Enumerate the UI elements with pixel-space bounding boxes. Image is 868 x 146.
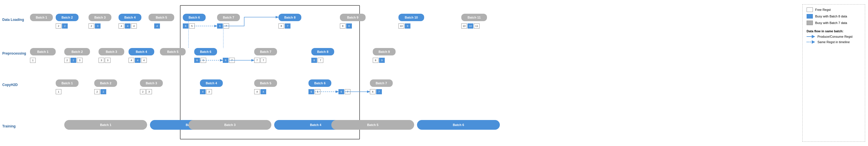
pp-reg-1: 1	[30, 58, 36, 63]
legend-label-free: Free Regst	[815, 8, 831, 11]
legend-label-solid: Produce/Consume Regst	[817, 35, 852, 38]
label-training: Training	[2, 124, 16, 128]
pp-reg-9: 4	[141, 58, 147, 63]
dl-reg-b11-3: 11	[474, 23, 479, 29]
dl-reg-b9-1: 8	[340, 23, 346, 29]
dl-reg-b11-1: 10	[461, 23, 467, 29]
dl-reg-b7-2: 7	[223, 23, 229, 29]
dl-reg-b6-1: 6	[183, 23, 188, 29]
pp-reg-8: 4	[135, 58, 141, 63]
dl-reg-b10-1: 10	[398, 23, 404, 29]
ch-reg-7: 3	[206, 89, 212, 94]
dl-batch3: Batch 3	[89, 14, 112, 21]
dl-reg-b10-2: 9	[405, 23, 410, 29]
dl-batch4: Batch 4	[119, 14, 142, 21]
tr-batch3: Batch 3	[188, 120, 271, 130]
ch-reg-3: 2	[100, 89, 106, 94]
ch-reg-6: 4	[200, 89, 206, 94]
pp-batch2: Batch 2	[64, 48, 90, 55]
legend-label-blue: Busy with Batch 8 data	[815, 14, 847, 18]
pp-batch9: Batch 9	[373, 48, 396, 55]
dl-reg-b4-1: 4	[119, 23, 124, 29]
dl-reg-b3-1: 2	[89, 23, 94, 29]
ch-reg-4: 2	[140, 89, 146, 94]
pp-reg-4: 3	[77, 58, 83, 63]
pp-reg-19: 9	[379, 58, 385, 63]
ch-reg-2: 2	[94, 89, 100, 94]
ch-batch3: Batch 3	[140, 80, 163, 87]
pp-reg-12: 6	[223, 58, 228, 63]
pp-reg-10: 6	[194, 58, 200, 63]
ch-reg-1: 1	[56, 89, 61, 94]
pp-reg-5: 3	[98, 58, 104, 63]
dl-reg-b5-1: 4	[154, 23, 160, 29]
pp-reg-16: 8	[311, 58, 317, 63]
pp-batch4: Batch 4	[128, 48, 154, 55]
ch-batch7: Batch 7	[370, 80, 393, 87]
current-batch-outline	[180, 5, 360, 140]
ch-batch1: Batch 1	[56, 80, 79, 87]
ch-reg-13: 7	[345, 89, 350, 94]
ch-reg-8: 4	[254, 89, 260, 94]
legend-box-gray	[807, 21, 813, 25]
ch-batch2: Batch 2	[94, 80, 117, 87]
dl-batch2: Batch 2	[56, 14, 79, 21]
pp-batch3: Batch 3	[98, 48, 124, 55]
ch-reg-14: 6	[370, 89, 376, 94]
pp-reg-6: 3	[105, 58, 111, 63]
dl-reg-b9-2: 8	[346, 23, 352, 29]
ch-batch6: Batch 6	[308, 80, 331, 87]
ch-batch4: Batch 4	[200, 80, 223, 87]
dl-reg-b6-2: 5	[189, 23, 195, 29]
pp-reg-14: 7	[254, 58, 260, 63]
dl-batch11: Batch 11	[461, 14, 487, 21]
legend-box-free	[807, 7, 813, 12]
legend-panel: Free Regst Busy with Batch 8 data Busy w…	[802, 4, 865, 142]
legend-blue: Busy with Batch 8 data	[807, 14, 861, 19]
pp-reg-3: 2	[70, 58, 76, 63]
tr-batch1: Batch 1	[64, 120, 147, 130]
dl-reg-b2-2: 2	[62, 23, 68, 29]
pp-reg-7: 4	[128, 58, 134, 63]
ch-reg-5: 3	[146, 89, 152, 94]
legend-label-gray: Busy with Batch 7 data	[815, 21, 847, 25]
pp-reg-17: 7	[318, 58, 323, 63]
dl-reg-b2-1: 2	[56, 23, 61, 29]
dataflow-title: Data flow in same batch:	[807, 29, 861, 33]
ch-reg-12: 6	[338, 89, 344, 94]
tr-batch6: Batch 6	[417, 120, 500, 130]
pp-batch1: Batch 1	[30, 48, 56, 55]
legend-box-blue	[807, 14, 813, 19]
label-copyh2d: CopyH2D	[2, 83, 18, 87]
dl-batch8: Batch 8	[278, 14, 301, 21]
tr-batch5: Batch 5	[331, 120, 414, 130]
pp-batch6: Batch 6	[194, 48, 217, 55]
dl-reg-b8-1: 8	[278, 23, 284, 29]
dl-batch7: Batch 7	[217, 14, 240, 21]
main-container: Data Loading Preprocessing CopyH2D Train…	[0, 0, 868, 146]
label-data-loading: Data Loading	[2, 18, 24, 22]
dl-batch5: Batch 5	[149, 14, 174, 21]
dl-batch10: Batch 10	[398, 14, 424, 21]
pp-reg-2: 2	[64, 58, 70, 63]
ch-reg-9: 4	[260, 89, 266, 94]
dl-reg-b3-2: 3	[95, 23, 100, 29]
legend-free: Free Regst	[807, 7, 861, 12]
ch-batch5: Batch 5	[254, 80, 277, 87]
legend-solid-arrow: Produce/Consume Regst	[807, 35, 861, 38]
pp-batch7: Batch 7	[254, 48, 277, 55]
dl-batch9: Batch 9	[340, 14, 366, 21]
legend-dotted-arrow: Same Regst in timeline	[807, 40, 861, 44]
legend-label-dotted: Same Regst in timeline	[817, 40, 850, 44]
dl-reg-b4-2: 4	[125, 23, 130, 29]
pp-reg-18: 8	[373, 58, 378, 63]
legend-gray: Busy with Batch 7 data	[807, 21, 861, 25]
ch-reg-10: 6	[308, 89, 314, 94]
ch-reg-15: 7	[376, 89, 382, 94]
dl-batch1: Batch 1	[30, 14, 53, 21]
ch-reg-11: 5	[315, 89, 320, 94]
pp-batch8: Batch 8	[311, 48, 334, 55]
pp-reg-15: 7	[260, 58, 266, 63]
pp-batch5: Batch 5	[160, 48, 186, 55]
dl-reg-b7-1: 6	[217, 23, 223, 29]
